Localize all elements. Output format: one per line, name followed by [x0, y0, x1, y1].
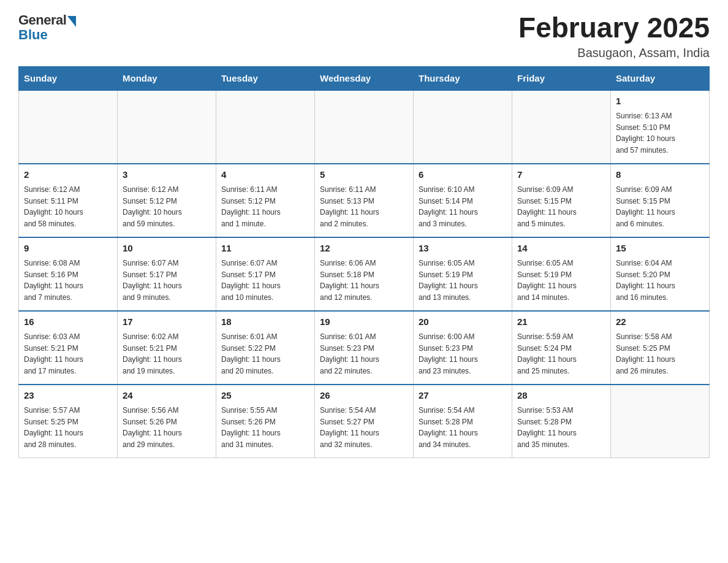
day-number: 9: [24, 242, 112, 256]
day-info: Sunrise: 6:12 AM Sunset: 5:12 PM Dayligh…: [123, 184, 211, 229]
day-number: 5: [320, 168, 408, 182]
day-info: Sunrise: 6:07 AM Sunset: 5:17 PM Dayligh…: [221, 258, 309, 303]
day-info: Sunrise: 6:12 AM Sunset: 5:11 PM Dayligh…: [24, 184, 112, 229]
logo-general-text: General: [18, 12, 66, 28]
day-info: Sunrise: 5:58 AM Sunset: 5:25 PM Dayligh…: [616, 331, 704, 377]
day-number: 28: [517, 389, 605, 403]
calendar-cell: 22Sunrise: 5:58 AM Sunset: 5:25 PM Dayli…: [611, 311, 710, 385]
day-info: Sunrise: 6:06 AM Sunset: 5:18 PM Dayligh…: [320, 258, 408, 303]
calendar-header-row: SundayMondayTuesdayWednesdayThursdayFrid…: [19, 66, 710, 90]
calendar-cell: 28Sunrise: 5:53 AM Sunset: 5:28 PM Dayli…: [512, 385, 611, 458]
day-number: 23: [24, 389, 112, 403]
day-number: 20: [419, 315, 507, 329]
day-number: 25: [221, 389, 309, 403]
calendar-cell: 3Sunrise: 6:12 AM Sunset: 5:12 PM Daylig…: [118, 164, 216, 237]
day-info: Sunrise: 5:59 AM Sunset: 5:24 PM Dayligh…: [517, 331, 605, 377]
calendar-cell: [512, 90, 611, 164]
day-info: Sunrise: 6:01 AM Sunset: 5:22 PM Dayligh…: [221, 331, 309, 377]
calendar-cell: 24Sunrise: 5:56 AM Sunset: 5:26 PM Dayli…: [118, 385, 216, 458]
day-info: Sunrise: 6:05 AM Sunset: 5:19 PM Dayligh…: [419, 258, 507, 303]
calendar-cell: 14Sunrise: 6:05 AM Sunset: 5:19 PM Dayli…: [512, 237, 611, 311]
calendar-cell: 2Sunrise: 6:12 AM Sunset: 5:11 PM Daylig…: [19, 164, 118, 237]
calendar-cell: 7Sunrise: 6:09 AM Sunset: 5:15 PM Daylig…: [512, 164, 611, 237]
day-info: Sunrise: 6:13 AM Sunset: 5:10 PM Dayligh…: [616, 110, 704, 156]
day-number: 14: [517, 242, 605, 256]
day-info: Sunrise: 6:10 AM Sunset: 5:14 PM Dayligh…: [419, 184, 507, 229]
day-number: 11: [221, 242, 309, 256]
calendar-cell: [216, 90, 315, 164]
calendar-cell: 15Sunrise: 6:04 AM Sunset: 5:20 PM Dayli…: [611, 237, 710, 311]
day-info: Sunrise: 6:09 AM Sunset: 5:15 PM Dayligh…: [517, 184, 605, 229]
calendar-cell: 26Sunrise: 5:54 AM Sunset: 5:27 PM Dayli…: [315, 385, 414, 458]
day-number: 10: [123, 242, 211, 256]
calendar-cell: [315, 90, 414, 164]
day-header-sunday: Sunday: [19, 66, 118, 90]
calendar-cell: 21Sunrise: 5:59 AM Sunset: 5:24 PM Dayli…: [512, 311, 611, 385]
day-info: Sunrise: 6:11 AM Sunset: 5:13 PM Dayligh…: [320, 184, 408, 229]
day-number: 22: [616, 315, 704, 329]
day-info: Sunrise: 6:00 AM Sunset: 5:23 PM Dayligh…: [419, 331, 507, 377]
day-info: Sunrise: 5:54 AM Sunset: 5:28 PM Dayligh…: [419, 405, 507, 450]
calendar-cell: 18Sunrise: 6:01 AM Sunset: 5:22 PM Dayli…: [216, 311, 315, 385]
calendar-cell: [414, 90, 512, 164]
day-number: 6: [419, 168, 507, 182]
day-number: 1: [616, 94, 704, 109]
day-number: 18: [221, 315, 309, 329]
day-number: 7: [517, 168, 605, 182]
day-info: Sunrise: 6:09 AM Sunset: 5:15 PM Dayligh…: [616, 184, 704, 229]
calendar-week-row: 1Sunrise: 6:13 AM Sunset: 5:10 PM Daylig…: [19, 90, 710, 164]
calendar-cell: 9Sunrise: 6:08 AM Sunset: 5:16 PM Daylig…: [19, 237, 118, 311]
location-text: Basugaon, Assam, India: [518, 46, 710, 60]
day-number: 12: [320, 242, 408, 256]
logo-blue-text: Blue: [18, 27, 48, 43]
day-info: Sunrise: 6:08 AM Sunset: 5:16 PM Dayligh…: [24, 258, 112, 303]
day-info: Sunrise: 5:57 AM Sunset: 5:25 PM Dayligh…: [24, 405, 112, 450]
day-number: 26: [320, 389, 408, 403]
calendar-cell: 13Sunrise: 6:05 AM Sunset: 5:19 PM Dayli…: [414, 237, 512, 311]
logo: General Blue: [18, 12, 76, 43]
day-number: 27: [419, 389, 507, 403]
day-number: 24: [123, 389, 211, 403]
day-header-saturday: Saturday: [611, 66, 710, 90]
day-header-tuesday: Tuesday: [216, 66, 315, 90]
calendar-cell: 10Sunrise: 6:07 AM Sunset: 5:17 PM Dayli…: [118, 237, 216, 311]
calendar-cell: 8Sunrise: 6:09 AM Sunset: 5:15 PM Daylig…: [611, 164, 710, 237]
calendar-table: SundayMondayTuesdayWednesdayThursdayFrid…: [18, 66, 710, 459]
calendar-cell: 12Sunrise: 6:06 AM Sunset: 5:18 PM Dayli…: [315, 237, 414, 311]
calendar-cell: 19Sunrise: 6:01 AM Sunset: 5:23 PM Dayli…: [315, 311, 414, 385]
calendar-cell: 5Sunrise: 6:11 AM Sunset: 5:13 PM Daylig…: [315, 164, 414, 237]
day-info: Sunrise: 6:02 AM Sunset: 5:21 PM Dayligh…: [123, 331, 211, 377]
calendar-cell: [118, 90, 216, 164]
day-number: 16: [24, 315, 112, 329]
day-header-wednesday: Wednesday: [315, 66, 414, 90]
day-info: Sunrise: 6:03 AM Sunset: 5:21 PM Dayligh…: [24, 331, 112, 377]
day-info: Sunrise: 6:01 AM Sunset: 5:23 PM Dayligh…: [320, 331, 408, 377]
day-header-monday: Monday: [118, 66, 216, 90]
calendar-cell: 4Sunrise: 6:11 AM Sunset: 5:12 PM Daylig…: [216, 164, 315, 237]
calendar-cell: 20Sunrise: 6:00 AM Sunset: 5:23 PM Dayli…: [414, 311, 512, 385]
calendar-week-row: 16Sunrise: 6:03 AM Sunset: 5:21 PM Dayli…: [19, 311, 710, 385]
calendar-cell: [19, 90, 118, 164]
day-header-thursday: Thursday: [414, 66, 512, 90]
day-number: 8: [616, 168, 704, 182]
day-info: Sunrise: 5:53 AM Sunset: 5:28 PM Dayligh…: [517, 405, 605, 450]
calendar-week-row: 23Sunrise: 5:57 AM Sunset: 5:25 PM Dayli…: [19, 385, 710, 458]
day-info: Sunrise: 5:56 AM Sunset: 5:26 PM Dayligh…: [123, 405, 211, 450]
day-number: 2: [24, 168, 112, 182]
day-number: 4: [221, 168, 309, 182]
day-info: Sunrise: 5:54 AM Sunset: 5:27 PM Dayligh…: [320, 405, 408, 450]
day-header-friday: Friday: [512, 66, 611, 90]
day-number: 21: [517, 315, 605, 329]
day-number: 3: [123, 168, 211, 182]
day-info: Sunrise: 6:11 AM Sunset: 5:12 PM Dayligh…: [221, 184, 309, 229]
day-info: Sunrise: 5:55 AM Sunset: 5:26 PM Dayligh…: [221, 405, 309, 450]
day-info: Sunrise: 6:07 AM Sunset: 5:17 PM Dayligh…: [123, 258, 211, 303]
page-header: General Blue February 2025 Basugaon, Ass…: [18, 12, 710, 60]
calendar-cell: 11Sunrise: 6:07 AM Sunset: 5:17 PM Dayli…: [216, 237, 315, 311]
calendar-cell: 16Sunrise: 6:03 AM Sunset: 5:21 PM Dayli…: [19, 311, 118, 385]
logo-arrow-icon: [67, 16, 76, 27]
calendar-week-row: 2Sunrise: 6:12 AM Sunset: 5:11 PM Daylig…: [19, 164, 710, 237]
month-title: February 2025: [518, 12, 710, 44]
calendar-week-row: 9Sunrise: 6:08 AM Sunset: 5:16 PM Daylig…: [19, 237, 710, 311]
day-number: 19: [320, 315, 408, 329]
